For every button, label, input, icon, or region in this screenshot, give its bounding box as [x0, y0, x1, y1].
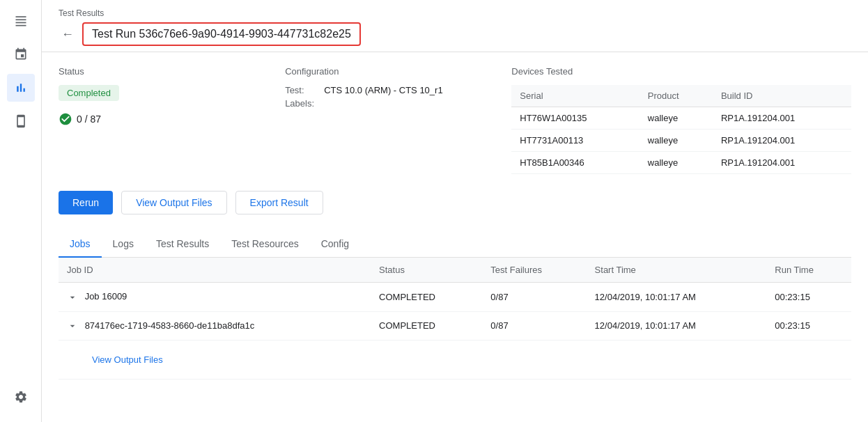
subjob-id-text: 874176ec-1719-4583-8660-de11ba8dfa1c — [85, 320, 255, 331]
jobs-col-status: Status — [371, 258, 482, 283]
svg-rect-1 — [15, 19, 26, 21]
sidebar-icon-calendar[interactable] — [7, 40, 35, 68]
job-failures-cell: 0/87 — [482, 283, 586, 312]
main-content: Test Results ← Test Run 536c76e6-9a90-49… — [42, 0, 868, 422]
chevron-down-icon — [67, 320, 78, 331]
content-area: Status Completed 0 / 87 Configuration Te… — [42, 52, 868, 422]
config-col: Configuration Test: CTS 10.0 (ARM) - CTS… — [285, 66, 511, 174]
test-run-id: Test Run 536c76e6-9a90-4914-9903-447731c… — [82, 22, 361, 46]
breadcrumb: Test Results — [59, 8, 851, 18]
subjob-status-cell: COMPLETED — [371, 311, 482, 341]
action-buttons: Rerun View Output Files Export Result — [59, 191, 851, 214]
job-start-time-cell: 12/04/2019, 10:01:17 AM — [587, 283, 767, 312]
view-output-link[interactable]: View Output Files — [67, 349, 171, 370]
device-product: walleye — [640, 107, 713, 130]
tab-jobs[interactable]: Jobs — [59, 231, 102, 258]
devices-col-serial: Serial — [511, 85, 640, 107]
pass-count: 0 / 87 — [59, 112, 285, 126]
svg-rect-2 — [15, 22, 26, 24]
device-serial: HT76W1A00135 — [511, 107, 640, 130]
sidebar-icon-settings[interactable] — [7, 383, 35, 411]
sidebar-icon-list[interactable] — [7, 7, 35, 35]
svg-rect-0 — [15, 16, 26, 17]
sidebar-icon-phone[interactable] — [7, 107, 35, 135]
job-id-text: Job 16009 — [85, 291, 127, 302]
sidebar-icon-chart[interactable] — [7, 74, 35, 102]
tabs: Jobs Logs Test Results Test Resources Co… — [59, 231, 851, 258]
table-row: HT76W1A00135 walleye RP1A.191204.001 — [511, 107, 851, 130]
check-circle-icon — [59, 112, 72, 126]
subjob-start-time-cell: 12/04/2019, 10:01:17 AM — [587, 311, 767, 341]
info-section: Status Completed 0 / 87 Configuration Te… — [59, 66, 851, 174]
devices-col-product: Product — [640, 85, 713, 107]
jobs-col-id: Job ID — [59, 258, 371, 283]
devices-table: Serial Product Build ID HT76W1A00135 wal… — [511, 85, 851, 174]
jobs-col-start-time: Start Time — [587, 258, 767, 283]
device-build-id: RP1A.191204.001 — [713, 107, 851, 130]
header: Test Results ← Test Run 536c76e6-9a90-49… — [42, 0, 868, 52]
subjob-id-cell: 874176ec-1719-4583-8660-de11ba8dfa1c — [59, 311, 371, 341]
tab-logs[interactable]: Logs — [102, 231, 145, 258]
status-badge: Completed — [59, 85, 119, 101]
job-run-time-cell: 00:23:15 — [766, 283, 851, 312]
table-row: HT85B1A00346 walleye RP1A.191204.001 — [511, 152, 851, 174]
export-result-button[interactable]: Export Result — [235, 191, 323, 214]
subjob-failures-cell: 0/87 — [482, 311, 586, 341]
svg-rect-3 — [15, 25, 26, 26]
job-status-cell: COMPLETED — [371, 283, 482, 312]
devices-label: Devices Tested — [511, 66, 851, 77]
config-label: Configuration — [285, 66, 511, 77]
device-product: walleye — [640, 152, 713, 174]
config-labels-row: Labels: — [285, 98, 511, 109]
jobs-table: Job ID Status Test Failures Start Time R… — [59, 258, 851, 380]
device-build-id: RP1A.191204.001 — [713, 152, 851, 174]
config-test-value: CTS 10.0 (ARM) - CTS 10_r1 — [324, 85, 443, 95]
table-row: Job 16009 COMPLETED 0/87 12/04/2019, 10:… — [59, 283, 851, 312]
sidebar — [0, 0, 42, 422]
devices-col: Devices Tested Serial Product Build ID H… — [511, 66, 851, 174]
subjob-run-time-cell: 00:23:15 — [766, 311, 851, 341]
tab-test-resources[interactable]: Test Resources — [220, 231, 309, 258]
jobs-col-run-time: Run Time — [766, 258, 851, 283]
device-serial: HT7731A00113 — [511, 130, 640, 152]
device-serial: HT85B1A00346 — [511, 152, 640, 174]
job-id-cell: Job 16009 — [59, 283, 371, 312]
config-labels-key: Labels: — [285, 98, 320, 109]
back-button[interactable]: ← — [59, 25, 77, 43]
jobs-col-failures: Test Failures — [482, 258, 586, 283]
devices-col-build: Build ID — [713, 85, 851, 107]
device-product: walleye — [640, 130, 713, 152]
tab-test-results[interactable]: Test Results — [145, 231, 220, 258]
tab-config[interactable]: Config — [310, 231, 360, 258]
view-output-button[interactable]: View Output Files — [121, 191, 226, 214]
pass-count-text: 0 / 87 — [77, 114, 101, 125]
config-test-key: Test: — [285, 85, 320, 95]
device-build-id: RP1A.191204.001 — [713, 130, 851, 152]
table-row-view-output: View Output Files — [59, 341, 851, 380]
test-run-bar: ← Test Run 536c76e6-9a90-4914-9903-44773… — [59, 22, 851, 46]
status-col: Status Completed 0 / 87 — [59, 66, 285, 174]
table-row: HT7731A00113 walleye RP1A.191204.001 — [511, 130, 851, 152]
config-test-row: Test: CTS 10.0 (ARM) - CTS 10_r1 — [285, 85, 511, 95]
rerun-button[interactable]: Rerun — [59, 191, 113, 214]
table-row: 874176ec-1719-4583-8660-de11ba8dfa1c COM… — [59, 311, 851, 341]
chevron-down-icon — [67, 292, 78, 303]
status-label: Status — [59, 66, 285, 77]
